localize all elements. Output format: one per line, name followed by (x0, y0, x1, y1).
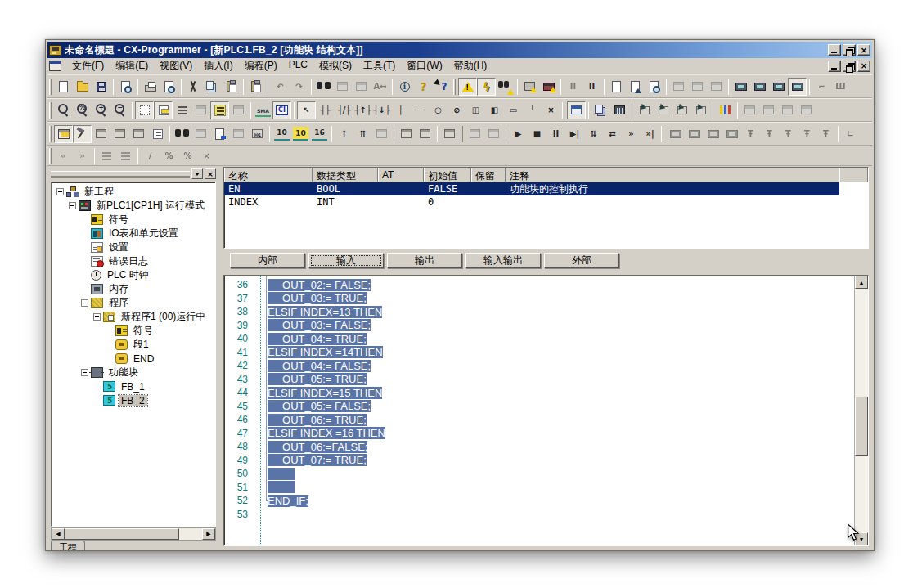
tree-collapse-icon[interactable] (93, 313, 101, 321)
toolbar-grip[interactable] (562, 102, 564, 119)
watch-window-button[interactable] (92, 125, 110, 143)
tree-item-symbols[interactable]: 符号 (53, 213, 215, 227)
tab-output[interactable]: 输出 (387, 253, 462, 268)
toolbar-grip[interactable] (453, 79, 456, 95)
menu-item-simulation[interactable]: 模拟(S) (313, 57, 358, 74)
menu-item-edit[interactable]: 编辑(E) (110, 57, 154, 74)
find-button[interactable] (314, 78, 333, 96)
help-topics-button[interactable]: ? (414, 78, 433, 96)
select-mode-button[interactable]: ↖ (297, 101, 316, 119)
new-instruction-button[interactable]: ▭ (504, 101, 523, 119)
toolbar-grip[interactable] (49, 79, 52, 95)
mon-screen-1-button[interactable] (666, 125, 685, 143)
mon-screen-2-button[interactable] (685, 125, 704, 143)
corner-tool-button[interactable]: ∟ (841, 125, 860, 143)
step-next-button[interactable]: ▶| (565, 125, 584, 143)
code-line[interactable]: 46 OUT_06:= TRUE; (224, 413, 854, 427)
address-reference-button[interactable] (129, 125, 148, 143)
delete-row-button[interactable] (691, 101, 710, 119)
display-cycle-button[interactable] (788, 78, 807, 96)
pen-percent-2-button[interactable]: % (178, 147, 197, 165)
online-edit-compile-button[interactable]: ϟ (477, 78, 496, 96)
toolbar-grip[interactable] (461, 126, 463, 142)
code-line[interactable]: 41ELSIF INDEX =14THEN (224, 346, 854, 360)
new-or-contact-button[interactable]: ┤↑├ (353, 101, 372, 119)
st-code-editor[interactable]: 36 OUT_02:= FALSE;37 OUT_03:= TRUE;38ELS… (223, 275, 869, 546)
paste-special-button[interactable] (246, 78, 265, 96)
workspace-header[interactable]: × (51, 167, 216, 181)
horizontal-line-button[interactable]: ─ (410, 101, 429, 119)
undo-button[interactable]: ↶ (271, 78, 290, 96)
mon-t4-button[interactable]: Ŧ (798, 125, 816, 143)
line-delete-button[interactable]: × (542, 101, 560, 119)
find-bit-addresses-button[interactable] (173, 125, 191, 143)
table-row-1[interactable]: ENBOOLFALSE功能块的控制执行 (224, 182, 839, 195)
online-edit-send-button[interactable] (626, 78, 645, 96)
menu-item-plc[interactable]: PLC (283, 57, 313, 74)
time-chart-button[interactable]: Ш (831, 78, 850, 96)
new-coil-button[interactable]: ○ (429, 101, 448, 119)
new-contact-button[interactable]: ┤├ (316, 101, 335, 119)
new-or-closed-contact-button[interactable]: ┤↓├ (372, 101, 391, 119)
tree-item-section1[interactable]: 段1 (53, 338, 215, 352)
force-set-continue-button[interactable]: ⇈ (353, 125, 372, 143)
work-online-simulator-button[interactable] (539, 78, 558, 96)
pause-play-button[interactable]: II (546, 125, 565, 143)
scrollbar-thumb[interactable] (855, 397, 868, 456)
context-help-button[interactable]: ? (433, 78, 452, 96)
pause-hold-button[interactable] (465, 125, 484, 143)
tree-item-programs[interactable]: 程序 (53, 296, 215, 310)
menu-item-help[interactable]: 帮助(H) (448, 57, 493, 74)
step-run-button[interactable]: ⌐ (812, 78, 831, 96)
tree-collapse-icon[interactable] (81, 369, 88, 376)
step-into-button[interactable]: ⇅ (584, 125, 603, 143)
show-rung-list-button[interactable] (210, 101, 229, 119)
column-header-3[interactable]: AT (378, 168, 424, 182)
code-line[interactable]: 48 OUT_06:=FALSE; (224, 440, 854, 454)
menu-item-program[interactable]: 编程(P) (239, 57, 283, 74)
code-line[interactable]: 36 OUT_02:= FALSE; (224, 278, 854, 292)
menu-item-insert[interactable]: 插入(I) (198, 57, 238, 74)
window-c-button[interactable] (778, 101, 797, 119)
section-view-button[interactable] (567, 101, 586, 119)
show-comments-button[interactable] (154, 101, 173, 119)
go-to-end-button[interactable]: »| (641, 125, 659, 143)
pen-off-button[interactable]: × (197, 147, 216, 165)
code-line[interactable]: 38ELSIF INDEX=13 THEN (224, 305, 854, 319)
code-line[interactable]: 50 (224, 467, 854, 481)
code-line[interactable]: 42 OUT_04:= FALSE; (224, 359, 854, 373)
new-closed-coil-button[interactable]: ⊘ (448, 101, 466, 119)
compile-all-programs-button[interactable] (610, 101, 629, 119)
code-line[interactable]: 37 OUT_03:= TRUE; (224, 292, 854, 306)
zoom-out-button[interactable]: − (110, 101, 129, 119)
monitor-b-button[interactable] (688, 78, 707, 96)
monitor-c-button[interactable] (707, 78, 726, 96)
show-monitor-box-button[interactable] (191, 101, 210, 119)
tab-inout[interactable]: 输入输出 (465, 253, 541, 268)
drag-grip[interactable] (51, 171, 190, 178)
table-row-2[interactable]: INDEXINT0 (224, 195, 868, 209)
transfer-from-plc-button[interactable] (416, 125, 434, 143)
minimize-button[interactable] (828, 44, 841, 56)
toolbar-grip[interactable] (49, 148, 52, 164)
indent-right-button[interactable]: » (73, 147, 92, 165)
tree-item-fb-1[interactable]: FB_1 (53, 379, 215, 393)
change-all-button[interactable]: A↔ (371, 78, 389, 96)
copy-button[interactable] (203, 78, 222, 96)
monitor-signed-decimal-button[interactable]: 10 (291, 125, 310, 143)
new-reset-instruction-button[interactable]: ◧ (485, 101, 504, 119)
display-status-button[interactable] (769, 78, 788, 96)
scroll-up-button[interactable]: ▲ (855, 276, 868, 289)
page-setup-button[interactable] (116, 78, 135, 96)
monitor-dialog-button[interactable] (229, 125, 248, 143)
tab-external[interactable]: 外部 (544, 253, 619, 268)
tree-item-program-symbols[interactable]: 符号 (53, 324, 215, 338)
tree-item-end[interactable]: END (53, 352, 215, 366)
code-line[interactable]: 52END_IF; (224, 494, 854, 508)
compile-button[interactable] (458, 78, 477, 96)
display-io-button[interactable] (750, 78, 769, 96)
monitor-decimal-button[interactable]: 10 (272, 125, 291, 143)
mon-t2-button[interactable]: Ŧ (760, 125, 779, 143)
online-edit-find-button[interactable] (645, 78, 663, 96)
run-button[interactable]: ▶ (509, 125, 528, 143)
